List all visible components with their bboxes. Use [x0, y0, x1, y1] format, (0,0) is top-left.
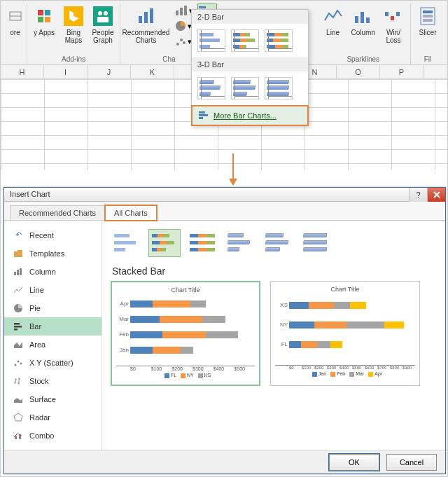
radar-icon	[13, 412, 24, 423]
subtype-stacked-bar[interactable]	[148, 229, 181, 257]
bar-icon	[13, 321, 24, 332]
cat-stock[interactable]: Stock	[4, 372, 102, 390]
stacked-bar-3d[interactable]	[231, 77, 259, 99]
svg-rect-1	[38, 10, 43, 15]
svg-rect-23	[355, 16, 358, 23]
chart-preview-pane: Stacked Bar Chart Title Apr Mar Feb Jan …	[102, 221, 445, 450]
cat-area[interactable]: Area	[4, 336, 102, 354]
col-j[interactable]: J	[88, 65, 131, 78]
ok-button[interactable]: OK	[329, 454, 379, 471]
svg-rect-24	[360, 12, 364, 23]
clustered-bar-2d[interactable]	[197, 29, 225, 52]
scatter-icon	[13, 357, 24, 368]
recent-icon: ↶	[13, 230, 24, 241]
svg-rect-12	[150, 8, 153, 23]
preview-1-xaxis: $0$100$200$300$400$500	[116, 366, 255, 371]
bing-maps-button[interactable]: Bing Maps	[61, 4, 86, 46]
more-bar-charts-label: More Bar Charts...	[214, 111, 276, 120]
sparkline-line-label: Line	[326, 29, 340, 36]
preview-2[interactable]: Chart Title KS NY FL $0$100$200$300$400$…	[270, 281, 420, 386]
preview-1[interactable]: Chart Title Apr Mar Feb Jan $0$100$200$3…	[111, 281, 260, 386]
stacked100-bar-3d[interactable]	[265, 77, 293, 99]
surface-icon	[13, 394, 24, 405]
svg-rect-30	[423, 11, 433, 13]
svg-point-45	[20, 362, 22, 364]
subtype-stacked-bar-3d[interactable]	[262, 229, 294, 257]
svg-rect-2	[45, 10, 50, 15]
svg-point-19	[183, 41, 186, 44]
cat-combo[interactable]: Combo	[4, 427, 102, 445]
sparkline-column-label: Column	[351, 29, 375, 36]
cat-bar[interactable]: Bar	[4, 317, 102, 336]
myapps-button[interactable]: y Apps	[31, 4, 57, 38]
svg-rect-40	[14, 323, 20, 325]
column-icon	[13, 266, 24, 277]
svg-rect-37	[17, 270, 19, 275]
col-i[interactable]: I	[44, 65, 88, 78]
tab-all-charts[interactable]: All Charts	[105, 205, 157, 221]
col-o[interactable]: O	[337, 65, 380, 78]
stacked-bar-2d[interactable]	[231, 29, 259, 52]
cat-scatter[interactable]: X Y (Scatter)	[4, 354, 102, 372]
svg-rect-33	[199, 111, 205, 113]
clustered-bar-3d[interactable]	[197, 77, 225, 99]
insert-chart-dialog: Insert Chart ? Recommended Charts All Ch…	[4, 187, 446, 474]
stacked100-bar-2d[interactable]	[265, 29, 293, 52]
col-k[interactable]: K	[131, 65, 174, 78]
svg-rect-38	[20, 268, 22, 275]
svg-rect-26	[385, 12, 388, 16]
tab-recommended[interactable]: Recommended Charts	[10, 205, 105, 221]
svg-rect-9	[97, 17, 108, 22]
cat-line[interactable]: Line	[4, 281, 102, 299]
svg-rect-25	[366, 18, 370, 23]
subtype-stacked100-bar-3d[interactable]	[300, 229, 332, 257]
bar-subtypes	[111, 226, 437, 264]
preview-1-legend: FLNYKS	[116, 371, 255, 378]
sparkline-winloss-button[interactable]: Win/ Loss	[381, 4, 406, 46]
cancel-button[interactable]: Cancel	[386, 454, 437, 471]
people-graph-button[interactable]: People Graph	[90, 4, 115, 46]
svg-point-7	[98, 11, 102, 15]
cat-pie[interactable]: Pie	[4, 299, 102, 317]
recommended-charts-button[interactable]: Recommended Charts	[121, 4, 172, 46]
slicer-button[interactable]: Slicer	[415, 4, 440, 38]
ribbon-group-filters: Slicer Fil	[411, 4, 444, 64]
svg-rect-36	[14, 272, 16, 275]
svg-point-43	[15, 364, 17, 366]
stock-icon	[13, 375, 24, 387]
dropdown-section-2d: 2-D Bar	[192, 10, 308, 24]
bar-chart-icon	[198, 111, 209, 120]
col-h[interactable]: H	[1, 65, 44, 78]
cat-surface[interactable]: Surface	[4, 390, 102, 408]
more-bar-charts[interactable]: More Bar Charts...	[191, 105, 309, 126]
bar-chart-dropdown: 2-D Bar 3-D Bar More Bar Charts...	[191, 9, 309, 126]
subtype-title: Stacked Bar	[111, 264, 437, 281]
combo-icon	[13, 430, 24, 441]
cat-column[interactable]: Column	[4, 263, 102, 281]
cat-templates[interactable]: Templates	[4, 244, 102, 263]
help-button[interactable]: ?	[409, 188, 427, 202]
sparkline-line-button[interactable]: Line	[321, 4, 346, 38]
subtype-clustered-bar-3d[interactable]	[224, 229, 256, 257]
close-button[interactable]	[427, 188, 445, 202]
dialog-titlebar[interactable]: Insert Chart ?	[4, 188, 445, 202]
cat-recent[interactable]: ↶Recent	[4, 226, 102, 244]
svg-rect-14	[180, 8, 183, 15]
charts-group-label: Cha	[162, 55, 175, 64]
line-icon	[13, 284, 24, 296]
addins-group-label: Add-ins	[62, 55, 85, 64]
svg-rect-15	[184, 6, 187, 15]
svg-rect-6	[93, 6, 113, 26]
svg-rect-27	[391, 16, 394, 20]
myapps-label: y Apps	[34, 29, 55, 36]
col-p[interactable]: P	[380, 65, 424, 78]
subtype-clustered-bar[interactable]	[111, 229, 143, 257]
subtype-stacked100-bar[interactable]	[186, 229, 218, 257]
svg-point-18	[180, 39, 183, 41]
svg-rect-35	[199, 117, 203, 119]
sparkline-column-button[interactable]: Column	[350, 4, 377, 38]
cat-radar[interactable]: Radar	[4, 408, 102, 427]
people-graph-label: People Graph	[92, 29, 113, 44]
store-button[interactable]: ore	[3, 4, 28, 38]
svg-rect-28	[396, 12, 400, 16]
